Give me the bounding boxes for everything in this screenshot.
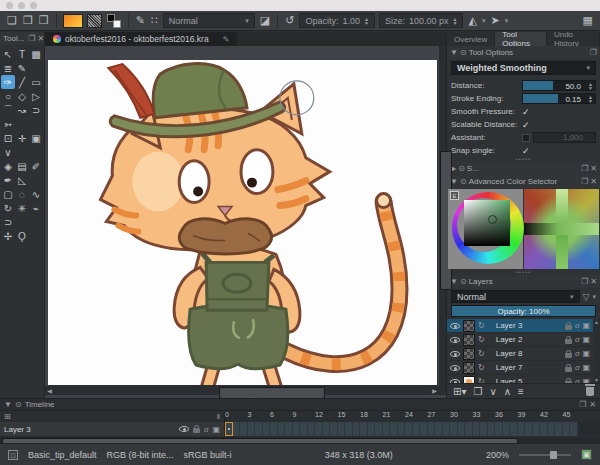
alpha-lock-icon[interactable]: α <box>575 335 580 344</box>
frame-cell[interactable] <box>278 422 286 436</box>
shade-selector[interactable] <box>524 189 599 269</box>
multibrush-tool[interactable]: ➳ <box>1 117 15 131</box>
color-selector-header[interactable]: ▼ ⊙ Advanced Color Selector ❐ ✕ <box>447 175 600 188</box>
gradient-swatch[interactable] <box>63 14 83 28</box>
rect-select-tool[interactable]: ▢ <box>1 187 15 201</box>
transform-tool[interactable]: ▣ <box>29 131 43 145</box>
float-docker-icon[interactable]: ❐ <box>581 277 588 286</box>
visibility-eye-icon[interactable] <box>450 379 460 384</box>
timeline-ruler[interactable]: ⊞ ‖ 0369121518212427303336394245 <box>0 410 600 422</box>
visibility-eye-icon[interactable] <box>179 426 189 432</box>
timeline-header[interactable]: ▼ ⊙ Timeline ❐ ✕ <box>0 399 600 410</box>
frame-cell[interactable] <box>458 422 466 436</box>
visibility-eye-icon[interactable] <box>450 323 460 329</box>
frame-cell[interactable] <box>510 422 518 436</box>
layer-row[interactable]: ↻Layer 8α▣ <box>447 347 600 361</box>
document-tab[interactable]: oktoberfest2016 - oktoberfest2016.kra ✎ <box>45 32 237 46</box>
edit-shapes-tool[interactable]: ▩ <box>29 47 43 61</box>
close-docker-icon[interactable]: ✕ <box>589 400 596 409</box>
new-document-icon[interactable]: ❏ <box>6 15 18 26</box>
alpha-lock-icon[interactable]: α <box>575 349 580 358</box>
selector-settings-icon[interactable]: E <box>450 191 459 200</box>
option-checkbox[interactable]: ✓ <box>522 120 530 130</box>
open-document-icon[interactable]: ❐ <box>22 15 34 26</box>
smoothing-mode-dropdown[interactable]: Weighted Smoothing▾ <box>451 61 596 75</box>
lock-icon[interactable] <box>565 353 572 358</box>
filter-caret[interactable]: ▾ <box>592 293 596 301</box>
mirror-h-caret[interactable]: ▾ <box>482 17 486 25</box>
polygon-select-tool[interactable]: ↻ <box>1 201 15 215</box>
canvas-vertical-scrollbar[interactable] <box>439 46 446 395</box>
visibility-eye-icon[interactable] <box>450 365 460 371</box>
reload-preset-icon[interactable]: ↺ <box>284 15 295 26</box>
layer-properties-button[interactable]: ≡ <box>518 386 524 397</box>
opacity-stepper[interactable]: ▲▼ <box>364 17 369 25</box>
alpha-lock-icon[interactable]: α <box>575 363 580 372</box>
lock-icon[interactable] <box>193 428 200 433</box>
collapsed-docker-header[interactable]: ▶ ⊙ S... ❐ ✕ <box>447 162 600 175</box>
saturation-value-square[interactable] <box>464 200 510 246</box>
layer-style-icon[interactable]: ▣ <box>582 377 590 383</box>
add-layer-button[interactable]: ⊞▾ <box>453 386 466 397</box>
close-docker-icon[interactable]: ✕ <box>590 177 597 186</box>
ellipse-tool[interactable]: ○ <box>1 89 15 103</box>
measure-tool[interactable]: ◺ <box>15 173 29 187</box>
mirror-horizontal-icon[interactable]: ◭ <box>467 15 477 26</box>
layer-style-icon[interactable]: ▣ <box>582 335 590 344</box>
selection-status-icon[interactable]: ⊡ <box>8 450 18 460</box>
frame-cell[interactable] <box>383 422 391 436</box>
frame-cell[interactable] <box>420 422 428 436</box>
opacity-field[interactable]: Opacity:1.00 ▲▼ <box>299 13 375 28</box>
tool-options-header[interactable]: ▼ ⊙ Tool Options ❐ <box>447 46 600 59</box>
layer-blend-mode-dropdown[interactable]: Normal▾ <box>451 290 580 303</box>
mirror-vertical-icon[interactable]: ➤ <box>489 15 500 26</box>
gradient-tool[interactable]: ▤ <box>15 159 29 173</box>
float-docker-icon[interactable]: ❐ <box>590 48 597 57</box>
smart-patch-tool[interactable]: ✐ <box>29 159 43 173</box>
frame-cell[interactable] <box>398 422 406 436</box>
zoom-slider[interactable] <box>519 454 571 456</box>
similar-select-tool[interactable]: ✳ <box>15 201 29 215</box>
keyframe-cell-selected[interactable] <box>225 422 233 436</box>
frame-cell[interactable] <box>330 422 338 436</box>
duplicate-layer-button[interactable]: ❐ <box>473 386 482 397</box>
frame-cell[interactable] <box>360 422 368 436</box>
close-docker-icon[interactable]: ✕ <box>38 34 45 43</box>
option-slider[interactable]: 0.15▲▼ <box>522 93 596 104</box>
ellipse-select-tool[interactable]: ◌ <box>15 187 29 201</box>
pencil-tool[interactable]: ✎ <box>15 61 29 75</box>
frame-cell[interactable] <box>413 422 421 436</box>
layer-row[interactable]: ↻Layer 3α▣ <box>447 319 600 333</box>
layer-style-icon[interactable]: ▣ <box>582 363 590 372</box>
close-docker-icon[interactable]: ✕ <box>590 277 597 286</box>
frame-cell[interactable] <box>435 422 443 436</box>
layer-style-icon[interactable]: ▣ <box>582 321 590 330</box>
frame-cell[interactable] <box>368 422 376 436</box>
foreground-background-colors[interactable] <box>106 13 122 29</box>
contiguous-select-tool[interactable]: ⊃ <box>1 215 15 229</box>
timeline-layer-label[interactable]: Layer 3 α ▣ <box>0 422 225 436</box>
save-document-icon[interactable]: ❒ <box>38 15 50 26</box>
frame-cell[interactable] <box>233 422 241 436</box>
onion-skin-icon[interactable]: ▣ <box>212 425 220 434</box>
frame-cell[interactable] <box>518 422 526 436</box>
freehand-path-tool[interactable]: ↝ <box>15 103 29 117</box>
frame-cell[interactable] <box>488 422 496 436</box>
canvas-horizontal-scrollbar[interactable]: ◀ ▶ <box>45 386 439 395</box>
move-layer-down-button[interactable]: ∨ <box>489 386 496 397</box>
frame-cell[interactable] <box>503 422 511 436</box>
zoom-window-button[interactable] <box>30 2 37 9</box>
bezier-curve-tool[interactable]: ⌒ <box>1 103 15 117</box>
frame-cell[interactable] <box>473 422 481 436</box>
pattern-swatch[interactable] <box>87 14 102 28</box>
frame-cell[interactable] <box>323 422 331 436</box>
option-checkbox[interactable]: ✓ <box>522 107 530 117</box>
collapse-arrow-icon[interactable]: ▼ <box>4 400 12 409</box>
hue-ring-selector[interactable]: E <box>448 189 523 269</box>
scroll-right-arrow-icon[interactable]: ▶ <box>430 387 439 394</box>
float-docker-icon[interactable]: ❐ <box>579 400 586 409</box>
lock-icon[interactable] <box>565 367 572 372</box>
shape-select-tool[interactable]: ↖ <box>1 47 15 61</box>
frame-cell[interactable] <box>533 422 541 436</box>
close-window-button[interactable] <box>6 2 13 9</box>
